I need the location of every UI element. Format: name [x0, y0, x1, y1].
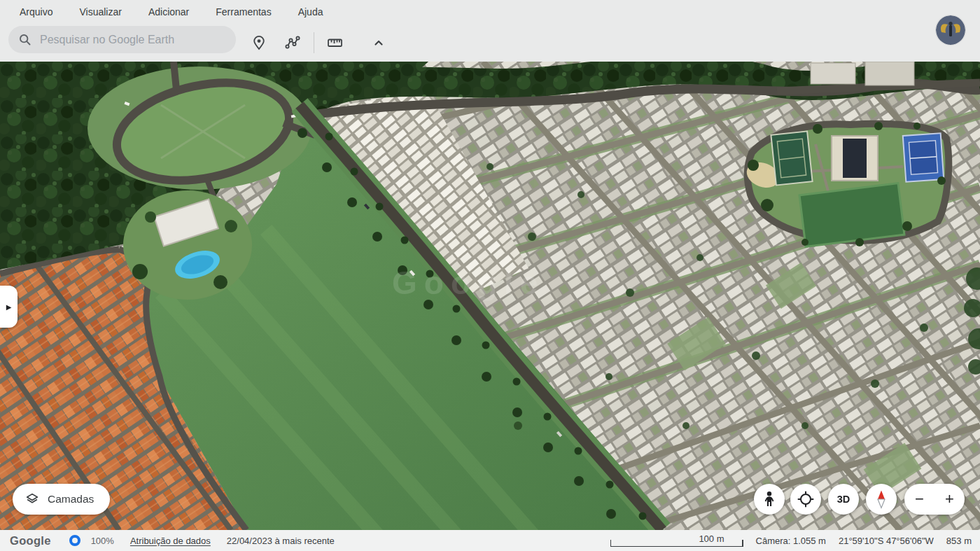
- status-bar: Google 100% Atribuição de dados 22/04/20…: [0, 530, 980, 551]
- menu-arquivo[interactable]: Arquivo: [20, 6, 52, 18]
- soccer-field: [799, 183, 904, 247]
- map-viewport[interactable]: Google ▶ Camadas 3D −: [0, 62, 980, 530]
- imagery-date: 22/04/2023 à mais recente: [227, 536, 335, 546]
- toolbar-divider: [314, 32, 314, 53]
- blue-ring-icon: [69, 535, 80, 546]
- profile-avatar[interactable]: [936, 15, 965, 45]
- polyline-icon: [284, 34, 301, 51]
- scale-bar: 100 m: [610, 535, 743, 547]
- toolbar: [245, 23, 393, 62]
- menu-bar: Arquivo Visualizar Adicionar Ferramentas…: [0, 0, 323, 23]
- search-box[interactable]: [8, 26, 236, 53]
- camera-altitude: Câmera: 1.055 m: [756, 536, 826, 546]
- park-building: [832, 136, 878, 181]
- status-left: Google 100% Atribuição de dados 22/04/20…: [0, 534, 335, 547]
- compass-button[interactable]: [866, 484, 897, 515]
- sidebar-expand-tab[interactable]: ▶: [0, 286, 18, 328]
- blue-court: [903, 133, 944, 182]
- map-watermark: Google: [392, 265, 545, 301]
- status-right: 100 m Câmera: 1.055 m 21°59'10"S 47°56'0…: [610, 535, 980, 547]
- minus-icon: −: [915, 490, 924, 508]
- add-placemark-button[interactable]: [245, 29, 273, 57]
- zoom-control: − +: [904, 484, 965, 515]
- google-logo: Google: [10, 534, 51, 547]
- layers-button[interactable]: Camadas: [13, 484, 110, 515]
- menu-visualizar[interactable]: Visualizar: [79, 6, 121, 18]
- data-attribution-link[interactable]: Atribuição de dados: [130, 536, 211, 546]
- plus-icon: +: [945, 490, 954, 508]
- zoom-out-button[interactable]: −: [904, 484, 934, 515]
- satellite-map[interactable]: Google: [0, 62, 980, 530]
- street-view-button[interactable]: [754, 484, 785, 515]
- collapse-toolbar-button[interactable]: [365, 29, 393, 57]
- compass-needle-icon: [871, 489, 892, 510]
- scale-bar-tick-right: [742, 540, 743, 546]
- pegman-icon: [762, 491, 777, 508]
- scale-label: 100 m: [699, 533, 724, 544]
- 3d-toggle-label: 3D: [837, 494, 850, 505]
- layers-icon: [24, 491, 40, 507]
- chevron-up-icon: [371, 35, 386, 50]
- scale-bar-tick-left: [610, 540, 612, 546]
- my-location-button[interactable]: [790, 484, 821, 515]
- elevation: 853 m: [946, 536, 972, 546]
- loading-percent: 100%: [91, 536, 114, 546]
- search-input[interactable]: [40, 34, 229, 46]
- sidebar-expand-arrow-icon: ▶: [6, 303, 12, 311]
- zoom-in-button[interactable]: +: [934, 484, 965, 515]
- menu-adicionar[interactable]: Adicionar: [148, 6, 189, 18]
- menu-ferramentas[interactable]: Ferramentas: [216, 6, 271, 18]
- tennis-court: [771, 131, 812, 185]
- draw-path-button[interactable]: [279, 29, 307, 57]
- 3d-toggle-button[interactable]: 3D: [828, 484, 859, 515]
- coordinates: 21°59'10"S 47°56'06"W: [839, 536, 934, 546]
- avatar-image: [936, 15, 965, 45]
- measure-button[interactable]: [321, 29, 349, 57]
- menu-ajuda[interactable]: Ajuda: [298, 6, 323, 18]
- layers-button-label: Camadas: [48, 493, 94, 505]
- location-pin-icon: [251, 34, 267, 51]
- crosshair-icon: [797, 491, 814, 508]
- magnifier-icon: [19, 34, 31, 46]
- pool-club: [123, 190, 252, 300]
- app-header: Arquivo Visualizar Adicionar Ferramentas…: [0, 0, 980, 62]
- ruler-icon: [326, 34, 344, 51]
